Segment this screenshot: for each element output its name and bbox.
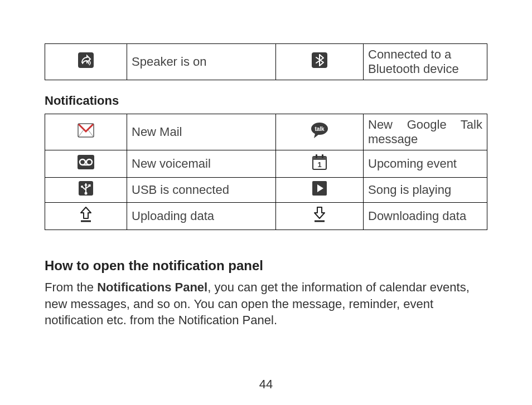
play-icon	[312, 181, 327, 199]
table-row: USB is connected Song is playing	[45, 178, 487, 203]
cell-label: New Mail	[127, 114, 276, 150]
cell-icon	[276, 178, 364, 203]
status-icons-table: Speaker is on Connected to a Bluetooth d…	[45, 43, 487, 80]
cell-icon	[45, 44, 127, 80]
body-bold: Notifications Panel	[97, 280, 207, 294]
cell-label: USB is connected	[127, 178, 276, 203]
howto-body: From the Notifications Panel, you can ge…	[45, 279, 487, 329]
table-row: New voicemail 1 Upcoming event	[45, 150, 487, 178]
cell-label: Upcoming event	[364, 150, 487, 178]
cell-label: Uploading data	[127, 203, 276, 230]
cell-icon	[45, 150, 127, 178]
cell-label: New voicemail	[127, 150, 276, 178]
howto-heading: How to open the notification panel	[45, 258, 487, 274]
cell-label: Connected to a Bluetooth device	[364, 44, 487, 80]
svg-rect-18	[89, 184, 91, 187]
page-number: 44	[0, 377, 532, 392]
upload-icon	[79, 206, 93, 226]
notifications-heading: Notifications	[45, 94, 487, 108]
cell-label: Downloading data	[364, 203, 487, 230]
cell-icon	[45, 114, 127, 150]
cell-icon	[276, 203, 364, 230]
download-icon	[312, 206, 327, 226]
cell-icon	[45, 203, 127, 230]
svg-rect-11	[316, 154, 317, 158]
body-text: From the	[45, 280, 97, 294]
bluetooth-icon	[312, 52, 327, 71]
cell-label: Song is playing	[364, 178, 487, 203]
svg-rect-12	[322, 154, 323, 158]
cell-label: New Google Talk message	[364, 114, 487, 150]
manual-page: Speaker is on Connected to a Bluetooth d…	[0, 0, 532, 405]
cell-icon: talk	[276, 114, 364, 150]
svg-point-17	[81, 186, 83, 188]
cell-icon: 1	[276, 150, 364, 178]
svg-rect-0	[78, 52, 94, 68]
calendar-icon: 1	[312, 154, 327, 174]
cell-label: Speaker is on	[127, 44, 276, 80]
mail-icon	[78, 123, 94, 141]
table-row: Speaker is on Connected to a Bluetooth d…	[45, 44, 487, 80]
table-row: New Mail talk New Google Talk message	[45, 114, 487, 150]
voicemail-icon	[78, 155, 94, 173]
speaker-icon	[78, 52, 94, 71]
cell-icon	[276, 44, 364, 80]
svg-text:talk: talk	[315, 126, 325, 132]
cell-icon	[45, 178, 127, 203]
usb-icon	[79, 181, 93, 199]
notifications-table: New Mail talk New Google Talk message	[45, 114, 487, 230]
svg-text:1: 1	[317, 160, 321, 169]
table-row: Uploading data Downloading data	[45, 203, 487, 230]
talk-icon: talk	[310, 121, 329, 143]
svg-rect-10	[313, 157, 326, 160]
